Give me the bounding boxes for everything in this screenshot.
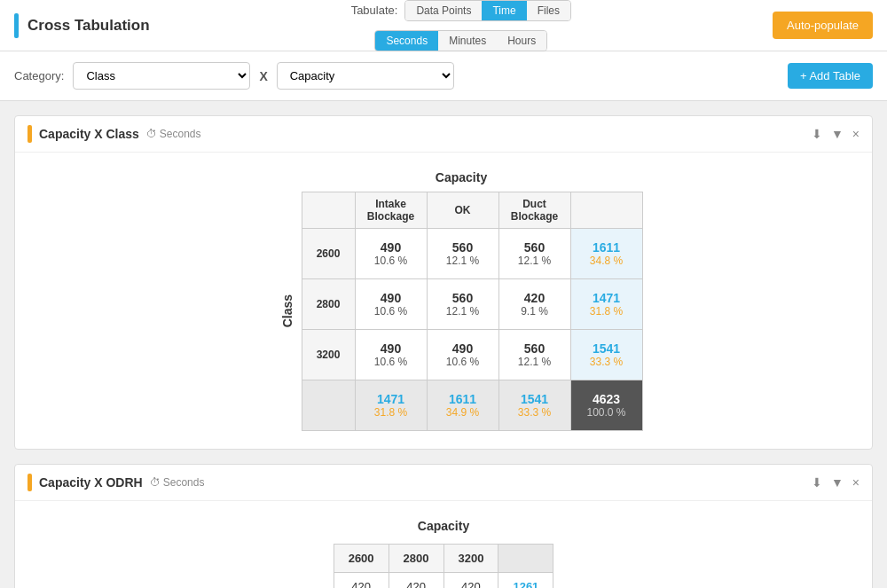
section-1-accent — [27, 125, 32, 143]
row-header-3200: 3200 — [302, 330, 355, 380]
cell-3200-total: 1541 33.3 % — [570, 330, 642, 380]
table-1-time: ⏱ Seconds — [146, 128, 201, 140]
cell-2600-ok: 560 12.1 % — [427, 229, 498, 279]
table-2-content: Capacity 2600 2800 3200 420 420 420 — [15, 501, 872, 588]
col-header-intake: IntakeBlockage — [355, 192, 427, 229]
col-header-duct: DuctBlockage — [498, 192, 570, 229]
app-header: Cross Tabulation Tabulate: Data Points T… — [0, 0, 887, 51]
category-select-1[interactable]: Class Capacity — [73, 62, 250, 90]
table-row: 420 420 420 1261 — [334, 573, 553, 589]
col-header-2600: 2600 — [334, 545, 389, 573]
tabulate-time-row: Seconds Minutes Hours — [374, 30, 547, 51]
cell-total-duct: 1541 33.3 % — [498, 380, 570, 431]
tabulate-section: Tabulate: Data Points Time Files Seconds… — [351, 0, 571, 51]
cell-3200-ok: 490 10.6 % — [427, 330, 498, 380]
cell-2800-duct: 420 9.1 % — [498, 279, 570, 330]
section-2-accent — [27, 474, 32, 491]
tab-minutes[interactable]: Minutes — [438, 31, 497, 51]
header-left: Cross Tabulation — [14, 13, 150, 38]
category-select-2[interactable]: Capacity Class — [277, 62, 454, 90]
cell-total-intake: 1471 31.8 % — [355, 380, 427, 431]
class-axis-label: Class — [280, 294, 294, 327]
table-row: 2600 490 10.6 % 560 — [302, 229, 642, 279]
table-section-2: Capacity X ODRH ⏱ Seconds ⬇ ▼ × Capacity… — [14, 464, 873, 588]
download-icon-2[interactable]: ⬇ — [812, 475, 822, 490]
cell-t2-total: 1261 — [498, 573, 553, 589]
tab-files[interactable]: Files — [527, 1, 570, 20]
table-row: 2600 2800 3200 — [334, 545, 553, 573]
clock-icon: ⏱ — [146, 128, 157, 140]
cross-table-1: IntakeBlockage OK DuctBlockage 2600 — [302, 192, 643, 431]
close-icon-2[interactable]: × — [852, 475, 860, 490]
col-header-ok: OK — [427, 192, 498, 229]
cell-grand-total: 4623 100.0 % — [570, 380, 642, 431]
tabulate-label: Tabulate: — [351, 4, 398, 17]
close-icon[interactable]: × — [852, 127, 860, 141]
filter-icon-2[interactable]: ▼ — [831, 475, 844, 490]
table-1-title: Capacity X Class — [39, 127, 139, 141]
row-header-2600: 2600 — [302, 229, 355, 279]
tab-seconds[interactable]: Seconds — [375, 31, 438, 51]
cell-t2-3200: 420 — [444, 573, 498, 589]
col-header-total — [498, 545, 553, 573]
x-separator: X — [259, 69, 267, 83]
filter-icon[interactable]: ▼ — [831, 127, 844, 141]
simple-table-2: 2600 2800 3200 420 420 420 1261 — [334, 544, 554, 588]
cell-2800-intake: 490 10.6 % — [355, 279, 427, 330]
capacity-label-2: Capacity — [29, 519, 858, 533]
add-table-button[interactable]: + Add Table — [788, 63, 873, 89]
category-row: Category: Class Capacity X Capacity Clas… — [0, 51, 887, 101]
col-header-3200: 3200 — [444, 545, 498, 573]
tabulate-type-row: Tabulate: Data Points Time Files — [351, 0, 571, 21]
download-icon[interactable]: ⬇ — [812, 127, 822, 141]
table-2-title: Capacity X ODRH — [39, 475, 143, 490]
table-row: 2800 490 10.6 % 560 — [302, 279, 642, 330]
table-2-time: ⏱ Seconds — [150, 476, 205, 489]
cell-total-ok: 1611 34.9 % — [427, 380, 498, 431]
tab-data-points[interactable]: Data Points — [405, 1, 482, 20]
category-label: Category: — [14, 69, 64, 82]
type-tab-group: Data Points Time Files — [404, 0, 571, 21]
cell-2600-duct: 560 12.1 % — [498, 229, 570, 279]
row-header-2800: 2800 — [302, 279, 355, 330]
tab-hours[interactable]: Hours — [497, 31, 546, 51]
page-title: Cross Tabulation — [27, 17, 150, 35]
cell-2600-intake: 490 10.6 % — [355, 229, 427, 279]
clock-icon-2: ⏱ — [150, 476, 161, 489]
table-section-1: Capacity X Class ⏱ Seconds ⬇ ▼ × Capacit… — [14, 115, 873, 450]
empty-corner — [302, 192, 355, 229]
col-header-total-empty — [570, 192, 642, 229]
capacity-axis-label: Capacity — [280, 170, 643, 184]
cross-tab-1-wrapper: Capacity Class IntakeBlockage OK DuctBlo… — [245, 170, 643, 431]
cell-3200-duct: 560 12.1 % — [498, 330, 570, 380]
header-accent-bar — [14, 13, 19, 38]
table-1-actions: ⬇ ▼ × — [812, 127, 860, 141]
table-1-content: Capacity Class IntakeBlockage OK DuctBlo… — [15, 153, 872, 449]
cell-3200-intake: 490 10.6 % — [355, 330, 427, 380]
cell-2800-ok: 560 12.1 % — [427, 279, 498, 330]
row-header-total — [302, 380, 355, 431]
table-1-header: Capacity X Class ⏱ Seconds ⬇ ▼ × — [15, 116, 872, 153]
table-2-actions: ⬇ ▼ × — [812, 475, 860, 490]
tab-time[interactable]: Time — [482, 1, 526, 20]
table-row: 3200 490 10.6 % 490 — [302, 330, 642, 380]
time-tab-group: Seconds Minutes Hours — [374, 30, 547, 51]
cell-t2-2600: 420 — [334, 573, 389, 589]
main-content: Capacity X Class ⏱ Seconds ⬇ ▼ × Capacit… — [0, 101, 887, 588]
cell-2800-total: 1471 31.8 % — [570, 279, 642, 330]
table-2-header: Capacity X ODRH ⏱ Seconds ⬇ ▼ × — [15, 465, 872, 501]
cell-2600-total: 1611 34.8 % — [570, 229, 642, 279]
table-row-total: 1471 31.8 % 1611 34.9 % — [302, 380, 642, 431]
cell-t2-2800: 420 — [389, 573, 444, 589]
auto-populate-button[interactable]: Auto-populate — [773, 12, 873, 39]
col-header-2800: 2800 — [389, 545, 444, 573]
